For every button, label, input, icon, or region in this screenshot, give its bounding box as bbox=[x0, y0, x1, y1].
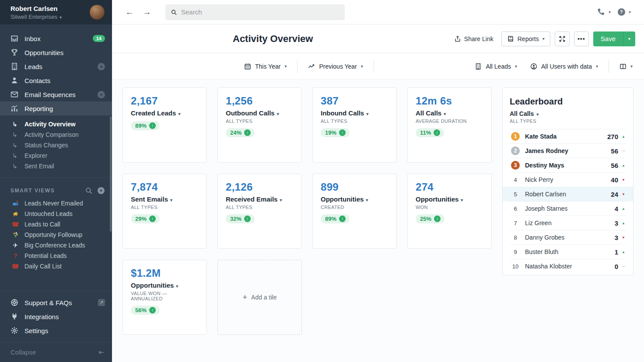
tile-value: 12m 6s bbox=[416, 95, 483, 107]
tile-metric-dropdown[interactable]: Created Leads▾ bbox=[131, 109, 199, 117]
leaderboard-row[interactable]: 8 Danny Grobes 3 ▼ bbox=[510, 230, 626, 244]
columns-icon bbox=[620, 63, 626, 70]
sidebar-item-reporting[interactable]: Reporting bbox=[0, 101, 112, 115]
add-smart-view-icon[interactable]: + bbox=[97, 187, 105, 195]
phone-icon[interactable] bbox=[596, 8, 605, 17]
leaderboard-row[interactable]: 9 Buster Bluth 1 ▲ bbox=[510, 244, 626, 259]
subnav-sent-email[interactable]: ↳Sent Email bbox=[0, 161, 112, 171]
tile-metric-dropdown[interactable]: Received Emails▾ bbox=[226, 195, 294, 203]
comparison-filter[interactable]: Previous Year ▾ bbox=[307, 63, 364, 70]
user-circle-icon bbox=[530, 63, 537, 70]
save-label: Save bbox=[601, 35, 616, 42]
sidebar-scrollbar[interactable] bbox=[110, 116, 112, 232]
search-icon[interactable] bbox=[85, 187, 93, 195]
reports-dropdown-button[interactable]: Reports ▾ bbox=[501, 31, 550, 46]
leaderboard-row[interactable]: 6 Joseph Starnes 4 ▲ bbox=[510, 201, 626, 216]
chevron-down-icon[interactable]: ▾ bbox=[609, 10, 611, 14]
delta-badge: 11%↑ bbox=[416, 128, 444, 137]
share-link-button[interactable]: Share Link bbox=[454, 35, 494, 42]
sub-arrow-icon: ↳ bbox=[12, 152, 19, 159]
forward-button[interactable]: → bbox=[142, 7, 152, 17]
help-icon[interactable]: ? bbox=[618, 8, 625, 16]
more-options-button[interactable]: ••• bbox=[574, 31, 589, 46]
tile-subtitle: AVERAGE DURATION bbox=[416, 118, 483, 124]
add-sequence-icon[interactable]: + bbox=[98, 91, 105, 98]
rank-badge: 1 bbox=[511, 132, 520, 141]
smart-view-untouched-leads[interactable]: Untouched Leads bbox=[0, 209, 112, 219]
tile-metric-dropdown[interactable]: Opportunities▾ bbox=[131, 282, 199, 289]
sidebar-item-leads[interactable]: Leads + bbox=[0, 59, 112, 73]
sub-arrow-icon: ↳ bbox=[12, 142, 19, 149]
smart-view-daily-call-list[interactable]: ☎ Daily Call List bbox=[0, 261, 112, 272]
leaderboard-row[interactable]: 7 Liz Green 3 ▲ bbox=[510, 216, 626, 230]
footer-item-label: Settings bbox=[24, 327, 48, 334]
smart-view-leads-to-call[interactable]: ☎ Leads to Call bbox=[0, 219, 112, 230]
tile-value: 7,874 bbox=[131, 181, 199, 193]
tile-subtitle: ALL TYPES bbox=[131, 205, 199, 210]
reporting-submenu: ↳Activity Overview ↳Activity Comparison … bbox=[0, 119, 112, 171]
leaderboard-row[interactable]: 1 Kate Stada 270 ▲ bbox=[510, 129, 626, 143]
smart-view-big-conference-leads[interactable]: ✈ Big Conference Leads bbox=[0, 240, 112, 251]
tile-metric-dropdown[interactable]: Inbound Calls▾ bbox=[321, 109, 388, 117]
leaderboard-row[interactable]: 4 Nick Perry 40 ▼ bbox=[510, 172, 626, 187]
sidebar-item-email-sequences[interactable]: Email Sequences + bbox=[0, 87, 112, 101]
add-lead-icon[interactable]: + bbox=[98, 63, 105, 70]
subnav-activity-comparison[interactable]: ↳Activity Comparison bbox=[0, 129, 112, 140]
sidebar-item-support[interactable]: Support & FAQs ↗ bbox=[0, 296, 112, 310]
inbox-icon bbox=[10, 35, 18, 42]
fullscreen-button[interactable] bbox=[555, 31, 570, 46]
smart-view-potential-leads[interactable]: ? Potential Leads bbox=[0, 251, 112, 261]
avatar[interactable] bbox=[89, 4, 105, 20]
back-button[interactable]: ← bbox=[124, 7, 135, 17]
subnav-activity-overview[interactable]: ↳Activity Overview bbox=[0, 119, 112, 129]
save-button[interactable]: Save bbox=[593, 31, 623, 46]
search-box[interactable] bbox=[165, 4, 345, 20]
sidebar-item-integrations[interactable]: Integrations bbox=[0, 310, 112, 324]
chevron-down-icon: ▾ bbox=[630, 64, 633, 69]
rank-number: 7 bbox=[511, 220, 520, 226]
subnav-status-changes[interactable]: ↳Status Changes bbox=[0, 140, 112, 150]
sidebar-item-inbox[interactable]: Inbox 14 bbox=[0, 31, 112, 45]
sidebar-scroll-area: Inbox 14 Opportunities Leads + Contacts … bbox=[0, 24, 112, 291]
date-range-filter[interactable]: This Year ▾ bbox=[243, 63, 287, 70]
subnav-explorer[interactable]: ↳Explorer bbox=[0, 150, 112, 161]
trend-down-icon: ▼ bbox=[618, 192, 625, 196]
main-area: ← → ▾ ? ▾ Activity Overview Share Link bbox=[112, 0, 644, 362]
sidebar-item-opportunities[interactable]: Opportunities bbox=[0, 45, 112, 59]
filter-bar: This Year ▾ Previous Year ▾ All Leads ▾ bbox=[112, 53, 644, 80]
tile-metric-dropdown[interactable]: Opportunities▾ bbox=[416, 195, 483, 203]
tile-metric-dropdown[interactable]: All Calls▾ bbox=[416, 109, 483, 117]
smart-view-leads-never-emailed[interactable]: Leads Never Emailed bbox=[0, 198, 112, 209]
leaderboard-row[interactable]: 10 Natasha Klobster 0 − bbox=[510, 259, 626, 273]
smart-view-opportunity-followup[interactable]: Opportunity Followup bbox=[0, 230, 112, 240]
sidebar-item-label: Contacts bbox=[24, 77, 50, 84]
chevron-down-icon: ▾ bbox=[444, 111, 446, 116]
search-input[interactable] bbox=[181, 8, 340, 16]
chevron-down-icon: ▾ bbox=[60, 15, 62, 20]
leaderboard-row-current-user[interactable]: 5 Robert Carlsen 24 ▼ bbox=[503, 187, 633, 201]
tile-metric-dropdown[interactable]: Outbound Calls▾ bbox=[226, 109, 294, 117]
account-switcher[interactable]: Robert Carlsen Sitwell Enterprises▾ bbox=[0, 0, 112, 24]
chevron-down-icon: ▾ bbox=[277, 111, 279, 116]
tile-subtitle: ALL TYPES bbox=[226, 118, 294, 124]
delta-badge: 56%↑ bbox=[131, 306, 160, 315]
users-filter[interactable]: All Users with data ▾ bbox=[529, 63, 599, 70]
sidebar-item-label: Reporting bbox=[24, 105, 53, 112]
add-tile-button[interactable]: + Add a tile bbox=[217, 260, 302, 335]
layout-columns-button[interactable]: ▾ bbox=[619, 63, 634, 70]
sidebar-item-contacts[interactable]: Contacts bbox=[0, 73, 112, 87]
tile-metric-dropdown[interactable]: Sent Emails▾ bbox=[131, 195, 199, 203]
leaderboard-row[interactable]: 2 James Rodney 56 − bbox=[510, 143, 626, 158]
chevron-down-icon: ▾ bbox=[178, 111, 180, 116]
leads-filter[interactable]: All Leads ▾ bbox=[474, 63, 518, 70]
chevron-down-icon[interactable]: ▾ bbox=[629, 10, 631, 14]
sidebar-item-label: Leads bbox=[24, 63, 42, 70]
arrow-up-icon: ↑ bbox=[434, 129, 440, 136]
leaderboard-metric-dropdown[interactable]: All Calls▾ bbox=[510, 110, 626, 117]
collapse-sidebar-button[interactable]: Collapse ⇤ bbox=[0, 342, 112, 362]
save-dropdown-button[interactable]: ▾ bbox=[623, 31, 635, 46]
sidebar-item-settings[interactable]: Settings bbox=[0, 324, 112, 338]
leaderboard-row[interactable]: 3 Destiny Mays 56 ▲ bbox=[510, 158, 626, 172]
airplane-icon: ✈ bbox=[11, 242, 19, 249]
tile-metric-dropdown[interactable]: Opportunities▾ bbox=[321, 195, 388, 203]
